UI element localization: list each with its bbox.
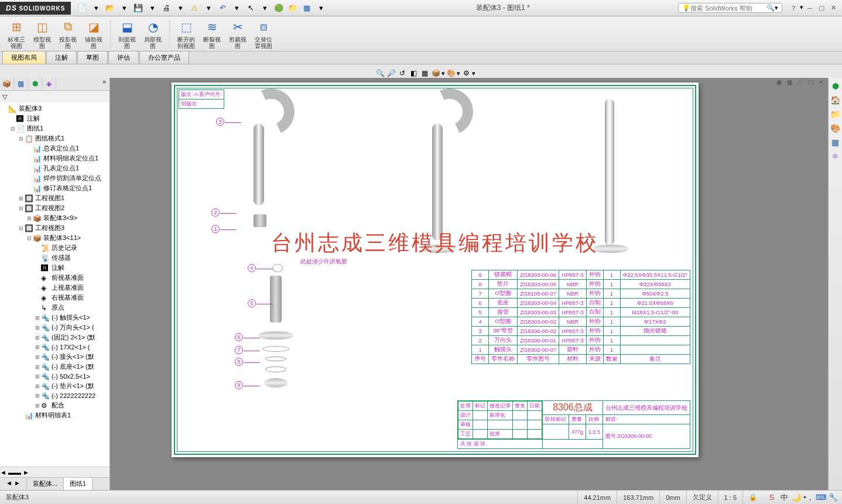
tab-annotation[interactable]: 注解 — [46, 51, 77, 64]
resources-icon[interactable]: ⬢ — [830, 80, 841, 92]
balloon-8[interactable]: 8 — [235, 358, 243, 366]
tree-item[interactable]: ⊞🔩(-) 底座<1> (默 — [1, 362, 108, 372]
appearances-icon[interactable]: ▦ — [830, 136, 841, 148]
feature-tree[interactable]: 📐装配体3🅰注解⊟📄图纸1⊟📋图纸格式1📊总表定位点1📊材料明细表定位点1📊孔表… — [0, 102, 109, 467]
tree-item[interactable]: ⊟📄图纸1 — [1, 124, 108, 133]
tree-item[interactable]: ◈上视基准面 — [1, 283, 108, 293]
tree-item[interactable]: ⊞🔩(-) 触摸头<1> — [1, 313, 108, 323]
close-button[interactable]: ✕ — [828, 4, 838, 13]
tree-item[interactable]: ⊞🔲工程视图1 — [1, 193, 108, 203]
undo-icon[interactable]: ↶ — [216, 2, 229, 15]
tree-item[interactable]: 🅰注解 — [1, 114, 108, 124]
tree-item[interactable]: ↳原点 — [1, 303, 108, 313]
balloon-2[interactable]: 2 — [211, 208, 220, 217]
tree-item[interactable]: ⊞🔩(固定) 2<1> (默 — [1, 332, 108, 342]
tree-item[interactable]: ⊟🔲工程视图2 — [1, 203, 108, 213]
tray-moon-icon[interactable]: 🌙 — [791, 492, 802, 503]
bom-table[interactable]: 9锁紧帽ZG8303-00-06HPb57-3外协1Φ22.5XΦ35.5X11… — [471, 270, 690, 364]
tree-item[interactable]: ⊞🔩(-) 50x2.5<1> — [1, 372, 108, 381]
fm-tab-config[interactable]: ⬢ — [28, 78, 42, 90]
tree-item[interactable]: 📐装配体3 — [1, 104, 108, 114]
tree-item[interactable]: ⊞🔩(-) 2222222222 — [1, 391, 108, 400]
tray-punct-icon[interactable]: •， — [803, 492, 814, 503]
help-search[interactable]: 💡 🔍▾ — [678, 3, 782, 13]
ribbon-modelview[interactable]: ◫模型视图 — [30, 18, 54, 50]
balloon-3[interactable]: 3 — [216, 118, 224, 126]
search-input[interactable] — [690, 5, 766, 12]
zoomarea-icon[interactable]: 🔎 — [386, 68, 396, 78]
tree-item[interactable]: 📊修订表格定位点1 — [1, 183, 108, 193]
maximize-button[interactable]: ▢ — [816, 4, 827, 13]
tree-item[interactable]: 📊孔表定位点1 — [1, 163, 108, 173]
tree-item[interactable]: 🅰注解 — [1, 263, 108, 273]
dropdown-icon[interactable]: ▾ — [90, 2, 102, 15]
view-iso-icon[interactable]: ▦ — [785, 78, 794, 86]
fm-tab-feature[interactable]: 📦 — [0, 78, 14, 90]
tree-item[interactable]: 📊焊件切割清单定位点 — [1, 173, 108, 183]
ribbon-break[interactable]: ≋断裂视图 — [200, 18, 224, 50]
custom-props-icon[interactable]: ⚛ — [830, 150, 841, 162]
tree-item[interactable]: ⊟🔲工程视图3 — [1, 223, 108, 233]
fm-collapse[interactable]: » — [99, 78, 109, 90]
status-lock-icon[interactable]: 🔒 — [742, 491, 763, 504]
prev-view-icon[interactable]: ↺ — [397, 68, 408, 78]
balloon-9[interactable]: 9 — [235, 381, 243, 389]
tree-item[interactable]: 📊总表定位点1 — [1, 143, 108, 153]
tab-sketch[interactable]: 草图 — [77, 51, 108, 64]
tree-item[interactable]: ⊞🔩(-) 接头<1> (默 — [1, 352, 108, 362]
sheet-tab-1[interactable]: 图纸1 — [64, 478, 93, 490]
tree-item[interactable]: 📡传感器 — [1, 253, 108, 263]
dropdown-icon[interactable]: ▾ — [146, 2, 159, 15]
dropdown-icon[interactable]: ▾ — [314, 2, 327, 15]
ribbon-crop[interactable]: ✂剪裁视图 — [226, 18, 249, 50]
open-icon[interactable]: 📂 — [104, 2, 117, 15]
tree-item[interactable]: ⊞📦装配体3<9> — [1, 213, 108, 223]
dropdown-icon[interactable]: ▾ — [174, 2, 187, 15]
dropdown-icon[interactable]: ▾ — [258, 2, 271, 15]
sectionview-icon[interactable]: ◧ — [408, 68, 419, 78]
balloon-1[interactable]: 1 — [211, 225, 220, 233]
zoomfit-icon[interactable]: 🔍 — [375, 68, 385, 78]
tree-item[interactable]: 📜历史记录 — [1, 243, 108, 253]
select-icon[interactable]: ↖ — [244, 2, 257, 15]
options-icon[interactable]: 📁 — [286, 2, 299, 15]
minimize-button[interactable]: ─ — [805, 4, 815, 13]
tree-item[interactable]: ⊞🔩(-) 垫片<1> (默 — [1, 381, 108, 391]
tree-item[interactable]: ◈右视基准面 — [1, 293, 108, 303]
settings-icon[interactable]: ▦ — [300, 2, 313, 15]
tree-item[interactable]: 📊材料明细表定位点1 — [1, 153, 108, 163]
tab-viewlayout[interactable]: 视图布局 — [2, 51, 46, 64]
file-explorer-icon[interactable]: 📁 — [830, 108, 841, 120]
ribbon-broken-section[interactable]: ⬚断开的剖视图 — [174, 18, 198, 50]
tree-item[interactable]: ⊟📋图纸格式1 — [1, 133, 108, 143]
dropdown-icon[interactable]: ▾ — [230, 2, 243, 15]
tree-item[interactable]: ⊞🔩(-) 万向头<1> ( — [1, 323, 108, 332]
print-icon[interactable]: 🖨 — [160, 2, 173, 15]
help-button[interactable]: ? — [788, 4, 799, 13]
tray-tool-icon[interactable]: 🔧 — [828, 492, 838, 503]
fm-tab-property[interactable]: ▦ — [14, 78, 28, 90]
balloon-7[interactable]: 7 — [235, 346, 243, 354]
drawing-canvas[interactable]: ▣ ▦ ─ ▢ ✕ 版次: A 客户代号: 旧版次: 1 2 — [110, 78, 828, 490]
view-settings-icon[interactable]: ⚙ — [461, 68, 471, 78]
ribbon-projview[interactable]: ⧉投影视图 — [56, 18, 80, 50]
tree-item[interactable]: ◈前视基准面 — [1, 273, 108, 283]
tree-item[interactable]: ⊞🔩(-) 17X2<1> ( — [1, 342, 108, 352]
tree-scroll[interactable]: ◄ ▬▬ ► — [0, 467, 109, 477]
doc-min-icon[interactable]: ─ — [795, 78, 805, 86]
doc-close-icon[interactable]: ✕ — [816, 78, 826, 86]
balloon-4[interactable]: 4 — [248, 264, 256, 272]
view-normal-icon[interactable]: ▣ — [774, 78, 783, 86]
view-palette-icon[interactable]: 🎨 — [830, 122, 841, 134]
tray-lang-icon[interactable]: 中 — [779, 492, 789, 503]
tray-kb-icon[interactable]: ⌨ — [816, 492, 826, 503]
doc-max-icon[interactable]: ▢ — [806, 78, 815, 86]
displaystyle-icon[interactable]: ▦ — [419, 68, 430, 78]
sheet-tab-0[interactable]: 装配体... — [27, 478, 64, 490]
dropdown-icon[interactable]: ▾ — [202, 2, 215, 15]
tree-item[interactable]: ⊟📦装配体3<11> — [1, 233, 108, 243]
tab-evaluate[interactable]: 评估 — [108, 51, 139, 64]
ribbon-detail[interactable]: ◔局部视图 — [141, 18, 165, 50]
filter-icon[interactable]: ▽ — [2, 93, 7, 101]
ribbon-section[interactable]: ⬓剖面视图 — [115, 18, 139, 50]
